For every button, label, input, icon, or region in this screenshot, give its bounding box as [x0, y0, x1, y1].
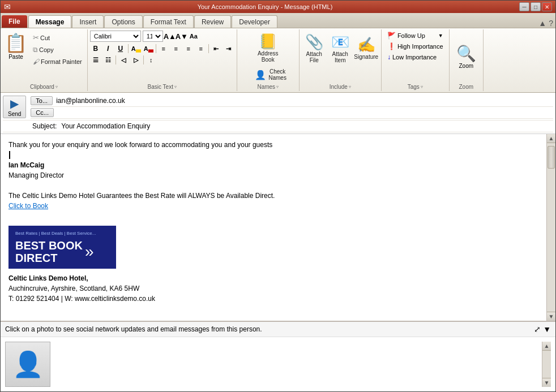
align-center-button[interactable]: ≡: [170, 43, 182, 54]
para-spacing-button[interactable]: ↕: [146, 54, 157, 66]
follow-up-dropdown-icon[interactable]: ▼: [438, 33, 443, 38]
hotel-address: Auchincruive, Ayrshire, Scotland, KA6 5H…: [8, 283, 538, 294]
contact-area: 👤 ▲ ▼: [1, 337, 555, 391]
basic-text-expand-icon[interactable]: ▿: [174, 84, 177, 89]
include-label: Include ▿: [302, 83, 379, 90]
format-separator-1: [128, 44, 129, 53]
help-icon[interactable]: ?: [549, 19, 553, 28]
decrease-font-button[interactable]: A▼: [177, 31, 187, 41]
copy-button[interactable]: ⧉ Copy: [30, 44, 85, 55]
to-input[interactable]: [55, 96, 553, 105]
cut-icon: ✂: [33, 33, 39, 42]
para-separator-1: [116, 55, 116, 64]
close-button[interactable]: ✕: [542, 2, 552, 11]
low-importance-button[interactable]: ↓ Low Importance: [385, 52, 446, 62]
check-names-icon: 👤: [255, 70, 266, 80]
follow-up-button[interactable]: 🚩 Follow Up ▼: [385, 31, 446, 41]
font-color-button[interactable]: A▃: [143, 43, 154, 54]
contact-photo[interactable]: 👤: [5, 342, 50, 387]
attach-file-button[interactable]: 📎 Attach File: [302, 31, 327, 66]
scroll-track[interactable]: [547, 143, 555, 312]
increase-font-button[interactable]: A▲: [165, 31, 175, 41]
bold-button[interactable]: B: [90, 43, 101, 54]
high-importance-button[interactable]: ❗ High Importance: [385, 41, 446, 51]
collapse-social-icon[interactable]: ▼: [543, 325, 551, 334]
tab-bar: File Message Insert Options Format Text …: [1, 13, 555, 28]
format-row: B I U A▃ A▃ ≡ ≡ ≡ ≡ ⇤ ⇥: [90, 43, 234, 54]
change-case-button[interactable]: Aa: [189, 31, 199, 41]
main-content: ▶ Send To... Cc...: [1, 93, 555, 391]
font-size-select[interactable]: 11: [143, 31, 163, 42]
email-body[interactable]: Thank you for your enquiry and we look f…: [1, 134, 546, 321]
scroll-thumb[interactable]: [548, 146, 555, 169]
format-painter-button[interactable]: 🖌 Format Painter: [30, 56, 85, 67]
tags-label: Tags ▿: [384, 83, 447, 90]
contact-scroll-track[interactable]: [542, 351, 551, 378]
ribbon-content: 📋 Paste ✂ Cut ⧉ Copy: [1, 28, 555, 92]
app-window: ✉ Your Accommodation Enquiry - Message (…: [0, 0, 556, 392]
attach-file-icon: 📎: [305, 33, 323, 51]
tab-developer[interactable]: Developer: [232, 15, 277, 28]
scroll-down-button[interactable]: ▼: [547, 312, 555, 321]
format-separator-3: [208, 44, 209, 53]
text-cursor: [9, 151, 10, 159]
italic-button[interactable]: I: [102, 43, 114, 54]
window-title: Your Accommodation Enquiry - Message (HT…: [11, 3, 519, 10]
contact-scrollbar: ▲ ▼: [542, 342, 551, 387]
restore-button[interactable]: □: [531, 2, 541, 11]
address-book-button[interactable]: 📒 Address Book: [253, 31, 283, 64]
names-expand-icon[interactable]: ▿: [276, 84, 279, 89]
to-button[interactable]: To...: [31, 96, 53, 105]
align-left-button[interactable]: ≡: [158, 43, 169, 54]
cc-button[interactable]: Cc...: [31, 108, 54, 117]
contact-scroll-up[interactable]: ▲: [542, 342, 551, 351]
tab-file[interactable]: File: [2, 15, 27, 28]
check-names-button[interactable]: 👤 Check Names: [253, 67, 283, 83]
to-field-row: To...: [31, 95, 553, 107]
send-button[interactable]: ▶ Send: [3, 96, 26, 118]
bullets-button[interactable]: ☰: [90, 54, 101, 66]
sig-body: The Celtic Links Demo Hotel Guarantees t…: [8, 191, 538, 201]
justify-button[interactable]: ≡: [195, 43, 207, 54]
signature-icon: ✍: [357, 36, 375, 54]
ribbon-container: File Message Insert Options Format Text …: [1, 13, 555, 93]
bbd-text: BEST BOOK DIRECT: [15, 239, 83, 264]
contact-scroll-down[interactable]: ▼: [542, 378, 551, 387]
subject-input[interactable]: [60, 122, 553, 131]
zoom-button[interactable]: 🔍 Zoom: [454, 31, 478, 83]
rtl-button[interactable]: ◁: [118, 54, 129, 66]
expand-social-icon[interactable]: ⤢: [534, 325, 541, 334]
numbering-button[interactable]: ☷: [102, 54, 114, 66]
clipboard-label: Clipboard ▿: [3, 83, 85, 90]
decrease-indent-button[interactable]: ⇤: [211, 43, 222, 54]
tab-insert[interactable]: Insert: [72, 15, 104, 28]
increase-indent-button[interactable]: ⇥: [223, 43, 234, 54]
ltr-button[interactable]: ▷: [130, 54, 142, 66]
tab-review[interactable]: Review: [194, 15, 231, 28]
cc-input[interactable]: [56, 108, 553, 117]
attach-item-button[interactable]: 📧 Attach Item: [328, 31, 353, 66]
clipboard-expand-icon[interactable]: ▿: [55, 84, 58, 89]
clipboard-inner: 📋 Paste ✂ Cut ⧉ Copy: [3, 31, 85, 83]
signature-button[interactable]: ✍ Signature: [354, 31, 379, 66]
tab-message[interactable]: Message: [28, 15, 72, 28]
ribbon-group-tags: 🚩 Follow Up ▼ ❗ High Importance ↓ Low Im…: [382, 29, 450, 91]
tab-options[interactable]: Options: [104, 15, 142, 28]
cut-button[interactable]: ✂ Cut: [30, 32, 85, 44]
zoom-icon: 🔍: [456, 44, 476, 63]
email-scrollbar: ▲ ▼: [546, 134, 555, 321]
expand-icon[interactable]: ▲: [538, 19, 546, 28]
social-pane-text: Click on a photo to see social network u…: [5, 325, 262, 333]
align-right-button[interactable]: ≡: [183, 43, 194, 54]
underline-button[interactable]: U: [115, 43, 126, 54]
highlight-button[interactable]: A▃: [130, 43, 142, 54]
tab-format-text[interactable]: Format Text: [143, 15, 194, 28]
minimize-button[interactable]: ─: [519, 2, 529, 11]
paste-button[interactable]: 📋 Paste: [3, 31, 29, 62]
paste-icon: 📋: [5, 32, 27, 54]
subject-row: Subject:: [3, 120, 553, 132]
tags-expand-icon[interactable]: ▿: [421, 84, 423, 89]
scroll-up-button[interactable]: ▲: [547, 134, 555, 143]
font-family-select[interactable]: Calibri: [90, 31, 141, 42]
include-expand-icon[interactable]: ▿: [349, 84, 351, 89]
